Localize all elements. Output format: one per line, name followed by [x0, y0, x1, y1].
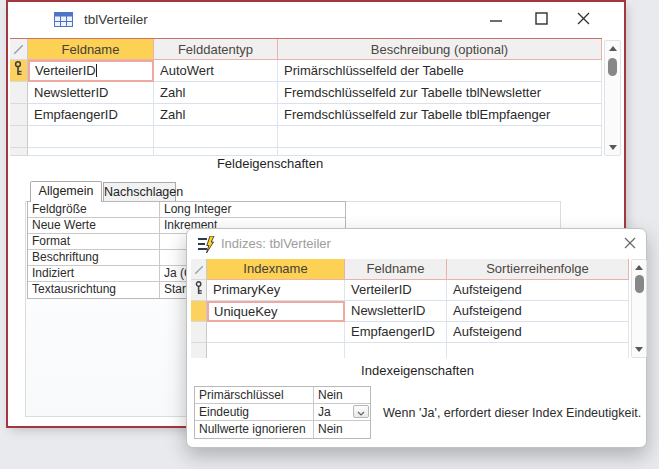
cell-field-desc[interactable]: Fremdschlüsselfeld zur Tabelle tblEmpfae… [278, 104, 602, 126]
close-button[interactable] [567, 7, 599, 33]
field-grid-header: Feldname Felddatentyp Beschreibung (opti… [10, 38, 602, 60]
row-selector-primary[interactable] [10, 60, 28, 82]
dialog-close-button[interactable] [617, 233, 643, 255]
index-grid-scrollbar[interactable] [631, 259, 647, 358]
index-row-empfaengerid: EmpfaengerID Aufsteigend [191, 322, 629, 343]
index-row-empty [191, 343, 629, 358]
row-selector[interactable] [10, 82, 28, 104]
column-header-beschreibung[interactable]: Beschreibung (optional) [278, 39, 602, 60]
minimize-button[interactable] [480, 7, 512, 33]
property-value[interactable]: Long Integer [160, 202, 345, 218]
index-help-text: Wenn 'Ja', erfordert dieser Index Eindeu… [383, 405, 643, 422]
field-row-newsletterid: NewsletterID Zahl Fremdschlüsselfeld zur… [10, 82, 602, 104]
cell-index-field[interactable]: NewsletterID [345, 301, 447, 322]
scroll-down-button[interactable] [605, 140, 620, 155]
scroll-up-button[interactable] [605, 41, 620, 56]
column-header-indexname[interactable]: Indexname [207, 259, 345, 280]
window-title: tblVerteiler [84, 2, 148, 38]
dialog-titlebar[interactable]: Indizes: tblVerteiler [187, 229, 648, 259]
cell-field-desc[interactable] [278, 126, 602, 148]
row-selector-current[interactable] [191, 301, 207, 322]
scroll-down-button[interactable] [632, 342, 646, 357]
cell-index-name-active[interactable]: UniqueKey [207, 301, 345, 322]
property-label[interactable]: Beschriftung [28, 250, 160, 266]
property-label[interactable]: Neue Werte [28, 218, 160, 234]
index-row-primarykey: PrimaryKey VerteilerID Aufsteigend [191, 280, 629, 301]
property-label[interactable]: Nullwerte ignorieren [195, 421, 314, 438]
maximize-button[interactable] [525, 7, 557, 33]
close-icon [624, 237, 636, 252]
property-row: Primärschlüssel Nein [195, 387, 370, 404]
property-label[interactable]: Primärschlüssel [195, 387, 314, 404]
index-row-uniquekey: UniqueKey NewsletterID Aufsteigend [191, 301, 629, 322]
row-selector[interactable] [191, 343, 207, 358]
scrollbar-thumb[interactable] [608, 58, 617, 76]
column-header-feldname[interactable]: Feldname [28, 39, 154, 60]
maximize-icon [535, 12, 548, 28]
cell-index-field[interactable]: VerteilerID [345, 280, 447, 301]
property-value[interactable]: Nein [314, 421, 370, 438]
row-selector[interactable] [10, 148, 28, 156]
grid-corner-selector[interactable] [191, 259, 207, 280]
cell-field-name[interactable]: EmpfaengerID [28, 104, 154, 126]
index-grid-header: Indexname Feldname Sortierreihenfolge [191, 259, 629, 280]
dropdown-button[interactable] [353, 405, 369, 418]
cell-field-type[interactable]: Zahl [154, 104, 278, 126]
arrow-up-icon [609, 46, 617, 51]
property-label[interactable]: Format [28, 234, 160, 250]
property-label[interactable]: Eindeutig [195, 404, 314, 421]
property-value-combo[interactable]: Ja [314, 404, 370, 421]
arrow-up-icon [635, 265, 643, 270]
dialog-title: Indizes: tblVerteiler [221, 229, 331, 259]
row-selector[interactable] [10, 104, 28, 126]
property-value[interactable]: Nein [314, 387, 370, 404]
field-grid-scrollbar[interactable] [604, 40, 621, 156]
text-cursor [96, 64, 97, 77]
cell-field-name-active[interactable]: VerteilerID [28, 60, 154, 82]
cell-field-name[interactable] [28, 126, 154, 148]
cell-index-order[interactable]: Aufsteigend [447, 322, 629, 343]
scroll-up-button[interactable] [632, 260, 646, 275]
cell-field-desc[interactable]: Fremdschlüsselfeld zur Tabelle tblNewsle… [278, 82, 602, 104]
property-label[interactable]: Indiziert [28, 266, 160, 282]
cell-field-name[interactable]: NewsletterID [28, 82, 154, 104]
cell-index-order[interactable]: Aufsteigend [447, 280, 629, 301]
indexes-icon [197, 236, 216, 257]
cell-index-field[interactable]: EmpfaengerID [345, 322, 447, 343]
column-header-sortierreihenfolge[interactable]: Sortierreihenfolge [447, 259, 629, 280]
row-selector[interactable] [10, 126, 28, 148]
scrollbar-thumb[interactable] [635, 275, 644, 293]
property-row: Eindeutig Ja [195, 404, 370, 421]
property-label[interactable]: Textausrichtung [28, 282, 160, 298]
cell-field-type[interactable]: Zahl [154, 82, 278, 104]
cell-field-desc[interactable]: Primärschlüsselfeld der Tabelle [278, 60, 602, 82]
arrow-down-icon [609, 145, 617, 150]
indexes-dialog: Indizes: tblVerteiler Indexname Feldname… [186, 228, 647, 448]
row-selector-key[interactable] [191, 280, 207, 301]
field-grid: Feldname Felddatentyp Beschreibung (opti… [10, 38, 602, 156]
arrow-down-icon [635, 347, 643, 352]
grid-corner-selector[interactable] [10, 39, 28, 60]
field-properties-label: Feldeigenschaften [8, 156, 532, 171]
window-titlebar[interactable]: tblVerteiler [8, 2, 624, 38]
property-label[interactable]: Feldgröße [28, 202, 160, 218]
index-properties-grid: Primärschlüssel Nein Eindeutig Ja Nullwe… [194, 386, 371, 439]
row-selector[interactable] [191, 322, 207, 343]
diagonal-resize-icon [14, 40, 23, 58]
cell-field-type[interactable]: AutoWert [154, 60, 278, 82]
close-icon [577, 12, 590, 28]
column-header-felddatentyp[interactable]: Felddatentyp [154, 39, 278, 60]
field-row-partial [10, 148, 602, 156]
chevron-down-icon [357, 404, 365, 420]
cell-index-name[interactable]: PrimaryKey [207, 280, 345, 301]
tab-nachschlagen[interactable]: Nachschlagen [103, 182, 176, 202]
primary-key-icon [14, 61, 23, 80]
column-header-feldname[interactable]: Feldname [345, 259, 447, 280]
property-row: Nullwerte ignorieren Nein [195, 421, 370, 438]
cell-index-order[interactable]: Aufsteigend [447, 301, 629, 322]
diagonal-resize-icon [195, 260, 203, 278]
cell-index-name[interactable] [207, 322, 345, 343]
tab-allgemein[interactable]: Allgemein [30, 181, 102, 202]
index-grid: Indexname Feldname Sortierreihenfolge Pr… [191, 259, 629, 358]
cell-field-type[interactable] [154, 126, 278, 148]
